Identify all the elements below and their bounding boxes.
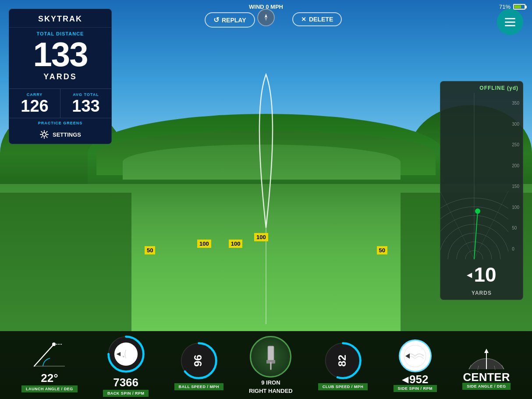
side-spin-arrow: ◀ [402, 374, 408, 385]
distance-marker-100: 100 [254, 233, 268, 241]
practice-greens-label: PRACTICE GREENS [16, 121, 105, 125]
bottom-bar: 22° LAUNCH ANGLE / DEG 7366 BACK SPIN / … [0, 331, 532, 399]
offline-yards-label: YARDS [440, 290, 523, 300]
offline-value-row: ◀ 10 [440, 259, 523, 290]
avgtotal-label: AVG TOTAL [65, 92, 107, 97]
total-distance-value: 133 [16, 37, 105, 71]
aim-line [266, 228, 266, 324]
svg-marker-0 [265, 14, 267, 18]
side-spin-value: 952 [409, 374, 428, 385]
settings-label: SETTINGS [53, 131, 81, 138]
replay-button[interactable]: ↺ REPLAY [205, 12, 255, 28]
club-center: 9 IRON RIGHT HANDED [249, 336, 293, 394]
right-panel: OFFLINE (yd) 350 300 250 200 150 100 50 … [440, 81, 523, 300]
distance-marker-50-left: 50 [145, 246, 155, 254]
side-spin-stat: ◀ 952 SIDE SPIN / RPM [394, 339, 437, 392]
ball-speed-svg: 96 [178, 340, 220, 381]
offline-value: 10 [474, 263, 496, 286]
carry-label: CARRY [14, 92, 56, 97]
distance-marker-50-right: 50 [377, 246, 387, 254]
club-icon [250, 336, 291, 378]
menu-line-2 [505, 21, 515, 23]
carry-value: 126 [14, 98, 56, 114]
menu-line-1 [505, 18, 515, 19]
svg-point-7 [475, 208, 480, 214]
club-hand: RIGHT HANDED [249, 388, 293, 394]
offline-label: OFFLINE (yd) [440, 81, 523, 93]
avgtotal-value: 133 [65, 98, 107, 114]
svg-text:96: 96 [192, 355, 204, 367]
side-spin-label: SIDE SPIN / RPM [394, 385, 437, 392]
compass-icon [262, 13, 270, 22]
battery-fill [514, 5, 521, 8]
avgtotal-box: AVG TOTAL 133 [60, 89, 111, 118]
side-angle-icon [465, 341, 508, 371]
svg-text:82: 82 [336, 355, 348, 367]
svg-marker-1 [265, 18, 267, 21]
battery-icon [513, 4, 525, 10]
side-angle-svg [465, 341, 508, 371]
offline-arcs-svg [440, 93, 508, 259]
carry-avgtotal: CARRY 126 AVG TOTAL 133 [9, 88, 111, 118]
side-spin-ball [399, 339, 432, 372]
club-speed-stat: 82 CLUB SPEED / MPH [318, 340, 368, 390]
svg-point-9 [52, 343, 56, 346]
svg-rect-18 [268, 346, 274, 361]
skytrak-logo: SKYTRAK [38, 14, 82, 24]
replay-label: REPLAY [222, 17, 246, 24]
svg-marker-30 [484, 349, 489, 353]
offline-chart: 350 300 250 200 150 100 50 0 [440, 93, 523, 259]
side-spin-value-row: ◀ 952 [402, 374, 428, 385]
back-spin-stat: 7366 BACK SPIN / RPM [103, 333, 149, 397]
yards-label: YARDS [16, 72, 105, 81]
distance-markers-row: 100 100 [197, 240, 242, 248]
svg-line-6 [474, 211, 478, 259]
ball-speed-gauge: 96 [178, 340, 220, 381]
launch-angle-icon [30, 338, 69, 371]
delete-icon: ✕ [301, 16, 306, 23]
skytrak-header: SKYTRAK [9, 9, 111, 28]
delete-button[interactable]: ✕ DELETE [292, 12, 342, 26]
launch-angle-svg [30, 338, 69, 371]
replay-icon: ↺ [213, 16, 219, 24]
ball-trajectory [240, 66, 292, 232]
back-spin-svg [105, 333, 147, 375]
wind-compass [257, 9, 275, 26]
settings-icon [39, 130, 49, 139]
menu-line-3 [505, 25, 515, 26]
practice-greens-section: PRACTICE GREENS SETTINGS [9, 118, 111, 144]
carry-box: CARRY 126 [9, 89, 60, 118]
svg-point-2 [43, 133, 46, 136]
side-angle-stat: CENTER SIDE ANGLE / DEG [462, 341, 511, 390]
club-speed-svg: 82 [322, 340, 364, 381]
delete-label: DELETE [309, 16, 333, 23]
settings-button[interactable]: SETTINGS [16, 128, 105, 141]
launch-angle-label: LAUNCH ANGLE / DEG [21, 385, 78, 392]
total-distance-section: TOTAL DISTANCE 133 YARDS [9, 28, 111, 85]
launch-angle-stat: 22° LAUNCH ANGLE / DEG [21, 338, 78, 392]
ball-speed-stat: 96 BALL SPEED / MPH [174, 340, 223, 390]
side-angle-label: SIDE ANGLE / DEG [462, 383, 511, 390]
side-angle-value: CENTER [463, 371, 510, 383]
menu-button[interactable] [497, 9, 523, 35]
marker-row-item-2: 100 [229, 240, 243, 248]
launch-angle-value: 22° [41, 372, 58, 384]
side-spin-icon [395, 339, 435, 374]
offline-direction-icon: ◀ [467, 271, 472, 279]
left-panel: SKYTRAK TOTAL DISTANCE 133 YARDS CARRY 1… [9, 9, 112, 144]
rough-left [0, 193, 131, 331]
back-spin-gauge [105, 333, 147, 375]
side-spin-ball-svg [402, 343, 428, 369]
club-speed-label: CLUB SPEED / MPH [318, 383, 368, 390]
back-spin-value: 7366 [113, 377, 138, 388]
club-name: 9 IRON [261, 379, 280, 386]
iron-club-svg [260, 344, 282, 370]
offline-scale: 350 300 250 200 150 100 50 0 [512, 93, 519, 259]
marker-row-item: 100 [197, 240, 211, 248]
menu-lines [505, 18, 515, 26]
back-spin-label: BACK SPIN / RPM [103, 390, 149, 397]
club-speed-gauge: 82 [322, 340, 364, 381]
ball-speed-label: BALL SPEED / MPH [174, 383, 223, 390]
